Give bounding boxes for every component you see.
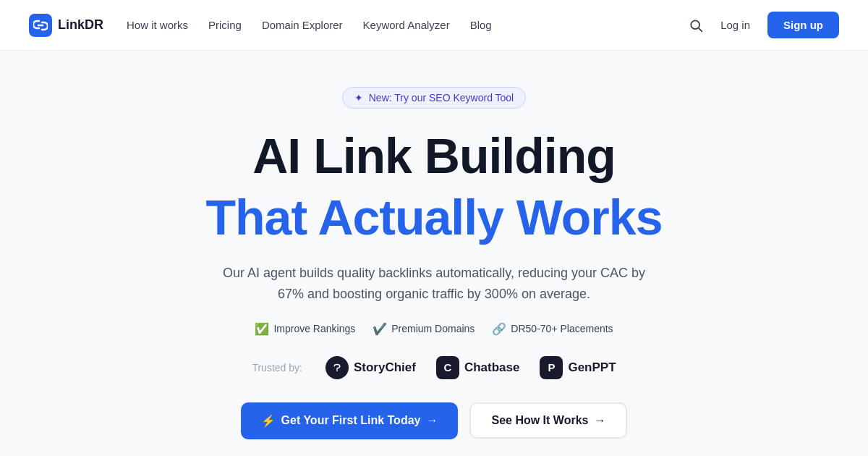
brand-chatbase: C Chatbase — [436, 356, 520, 379]
genppt-name: GenPPT — [568, 360, 616, 375]
hero-title-line2: That Actually Works — [206, 189, 663, 245]
logo[interactable]: LinkDR — [29, 14, 103, 37]
brand-genppt: P GenPPT — [540, 356, 616, 379]
arrow-right-icon: → — [426, 414, 438, 427]
nav-item-blog[interactable]: Blog — [470, 19, 492, 31]
check-circle-icon: ✅ — [255, 322, 269, 336]
nav-item-domain-explorer[interactable]: Domain Explorer — [262, 19, 343, 31]
search-icon — [689, 18, 703, 33]
navbar: LinkDR How it works Pricing Domain Explo… — [0, 0, 868, 51]
brand-storychief: StoryChief — [326, 356, 416, 379]
nav-item-how-it-works[interactable]: How it works — [127, 19, 188, 31]
login-button[interactable]: Log in — [720, 19, 750, 31]
storychief-icon — [326, 356, 349, 379]
chatbase-icon: C — [436, 356, 459, 379]
svg-point-0 — [691, 20, 699, 29]
cta-primary-label: Get Your First Link Today — [281, 414, 421, 427]
trusted-label: Trusted by: — [252, 362, 302, 373]
features-row: ✅ Improve Rankings ✔️ Premium Domains 🔗 … — [255, 322, 613, 336]
lightning-icon: ⚡ — [261, 414, 276, 428]
cta-row: ⚡ Get Your First Link Today → See How It… — [241, 402, 628, 439]
feature-label-1: Premium Domains — [391, 323, 475, 334]
nav-links: How it works Pricing Domain Explorer Key… — [127, 19, 492, 32]
genppt-icon: P — [540, 356, 563, 379]
verified-icon: ✔️ — [373, 322, 387, 336]
cta-secondary-button[interactable]: See How It Works → — [469, 402, 627, 439]
feature-improve-rankings: ✅ Improve Rankings — [255, 322, 355, 336]
feature-label-2: DR50-70+ Placements — [511, 323, 613, 334]
cta-primary-button[interactable]: ⚡ Get Your First Link Today → — [241, 402, 459, 439]
link-icon: 🔗 — [492, 322, 506, 336]
hero-section: ✦ New: Try our SEO Keyword Tool AI Link … — [0, 51, 868, 456]
sparkle-icon: ✦ — [354, 92, 363, 104]
trusted-row: Trusted by: StoryChief C Chatbase P GenP… — [252, 356, 616, 379]
feature-label-0: Improve Rankings — [273, 323, 355, 334]
feature-premium-domains: ✔️ Premium Domains — [373, 322, 475, 336]
logo-icon — [29, 14, 52, 37]
new-feature-badge[interactable]: ✦ New: Try our SEO Keyword Tool — [342, 87, 526, 109]
navbar-right: Log in Sign up — [689, 12, 839, 38]
hero-title-line1: AI Link Building — [252, 129, 616, 183]
navbar-left: LinkDR How it works Pricing Domain Explo… — [29, 14, 492, 37]
badge-text: New: Try our SEO Keyword Tool — [369, 92, 514, 104]
trusted-brands: StoryChief C Chatbase P GenPPT — [326, 356, 616, 379]
nav-item-pricing[interactable]: Pricing — [208, 19, 242, 31]
cta-secondary-label: See How It Works — [491, 414, 588, 427]
feature-dr-placements: 🔗 DR50-70+ Placements — [492, 322, 613, 336]
signup-button[interactable]: Sign up — [767, 12, 839, 38]
storychief-name: StoryChief — [354, 360, 416, 375]
logo-text: LinkDR — [58, 17, 103, 33]
arrow-right-icon-secondary: → — [594, 414, 605, 427]
hero-description: Our AI agent builds quality backlinks au… — [210, 263, 658, 305]
nav-item-keyword-analyzer[interactable]: Keyword Analyzer — [363, 19, 450, 31]
svg-line-1 — [699, 28, 702, 31]
search-button[interactable] — [689, 18, 703, 33]
chatbase-name: Chatbase — [464, 360, 520, 375]
